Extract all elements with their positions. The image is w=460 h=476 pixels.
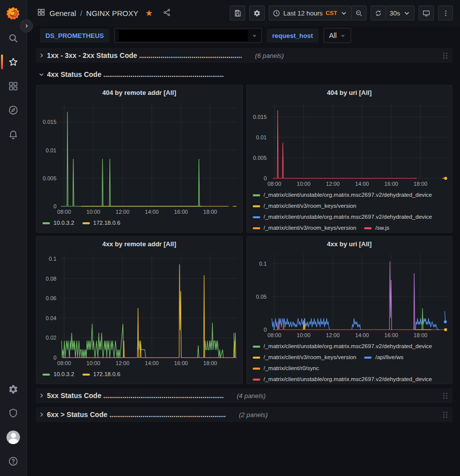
chevron-right-icon [36, 412, 47, 418]
legend-label: /_matrix/client/v3/room_keys/version [264, 223, 357, 232]
svg-text:08:00: 08:00 [57, 209, 71, 215]
dashboard-settings-button[interactable] [249, 5, 265, 20]
timeseries-chart[interactable]: 08:0010:0012:0014:0016:0018:0000.0050.01… [36, 99, 242, 216]
sidebar-expand-button[interactable] [20, 19, 33, 32]
row-5xx[interactable]: 5xx Status Code ........................… [36, 388, 453, 403]
datasource-select[interactable] [114, 28, 262, 43]
timeseries-chart[interactable]: 08:0010:0012:0014:0016:0018:0000.0050.01… [247, 99, 453, 188]
sidebar-item-alerting[interactable] [0, 122, 26, 146]
row-1xx-3xx-2xx[interactable]: 1xx - 3xx - 2xx Status Code ............… [36, 48, 453, 63]
panel-title[interactable]: 404 by remote addr [All] [36, 85, 242, 99]
more-options-button[interactable] [438, 5, 453, 20]
svg-text:10:00: 10:00 [86, 209, 100, 215]
chevron-right-icon [24, 23, 29, 28]
legend-label: /_matrix/client/unstable/org.matrix.msc2… [264, 190, 433, 200]
request-host-value: All [329, 31, 337, 39]
grafana-app: General / NGINX PROXY ★ Last [0, 0, 460, 476]
row-drag-handle[interactable] [442, 411, 449, 419]
legend-swatch [253, 216, 260, 218]
sidebar-item-starred[interactable] [0, 50, 26, 74]
compass-icon [8, 105, 18, 115]
svg-text:0: 0 [263, 327, 266, 333]
legend-item[interactable]: 10.0.3.2 [42, 218, 74, 228]
save-dashboard-button[interactable] [230, 5, 245, 20]
svg-text:12:00: 12:00 [326, 332, 340, 338]
panel-title[interactable]: 4xx by uri [All] [247, 237, 453, 251]
legend-swatch [42, 374, 50, 376]
chevron-down-icon [36, 71, 47, 77]
dashboard-title[interactable]: NGINX PROXY [86, 9, 138, 17]
share-icon[interactable] [163, 8, 171, 18]
svg-text:0.015: 0.015 [253, 114, 267, 120]
grafana-logo[interactable] [6, 6, 21, 21]
legend-item[interactable]: 172.18.0.6 [82, 369, 120, 380]
svg-text:16:00: 16:00 [384, 181, 398, 187]
refresh-icon [375, 9, 382, 17]
legend-item[interactable]: 10.0.3.2 [42, 369, 74, 380]
legend-item[interactable]: /sw.js [364, 223, 389, 232]
sidebar-item-server-admin[interactable] [0, 401, 26, 425]
svg-text:16:00: 16:00 [174, 360, 188, 366]
row-drag-handle[interactable] [442, 392, 449, 400]
zoom-out-icon [355, 9, 363, 17]
chevron-down-icon [252, 33, 257, 38]
row-6xx[interactable]: 6xx > Status Code ......................… [36, 407, 453, 422]
legend-swatch [253, 346, 260, 348]
svg-text:0: 0 [53, 355, 56, 361]
timeseries-chart[interactable]: 08:0010:0012:0014:0016:0018:0000.050.1 [247, 251, 453, 340]
variable-label-request-host: request_host [267, 28, 319, 42]
chevron-right-icon [36, 52, 47, 58]
svg-text:08:00: 08:00 [267, 181, 281, 187]
timeseries-chart[interactable]: 08:0010:0012:0014:0016:0018:0000.020.040… [36, 251, 242, 368]
row-panel-count: (2 panels) [239, 411, 268, 419]
svg-text:0.1: 0.1 [259, 261, 266, 267]
favorite-star-icon[interactable]: ★ [145, 8, 153, 18]
sidebar-item-profile[interactable] [0, 425, 26, 449]
sidebar-item-help[interactable] [0, 449, 26, 473]
time-range-picker[interactable]: Last 12 hours CST [269, 5, 352, 20]
panel-title[interactable]: 404 by uri [All] [247, 85, 453, 99]
tv-mode-button[interactable] [419, 5, 434, 20]
svg-text:12:00: 12:00 [116, 209, 130, 215]
sidebar-item-explore[interactable] [0, 98, 26, 122]
legend-item[interactable]: /_matrix/client/unstable/org.matrix.msc2… [253, 190, 433, 200]
legend-swatch [253, 368, 260, 370]
refresh-button[interactable] [371, 5, 386, 20]
legend-swatch [364, 227, 372, 229]
sidebar-item-dashboards[interactable] [0, 74, 26, 98]
legend-item[interactable]: /_matrix/client/v3/room_keys/version [253, 352, 357, 363]
request-host-select[interactable]: All [324, 28, 352, 43]
legend-item[interactable]: /_matrix/client/v3/room_keys/version [253, 223, 357, 232]
legend-item[interactable]: /api/live/ws [364, 352, 403, 363]
save-icon [234, 9, 241, 17]
legend-item[interactable]: /_matrix/client/r0/sync [253, 363, 319, 374]
panel-title[interactable]: 4xx by remote addr [All] [36, 237, 242, 251]
legend-item[interactable]: /_matrix/client/unstable/org.matrix.msc2… [253, 374, 433, 384]
legend-item[interactable]: /_matrix/client/v3/room_keys/version [253, 201, 357, 211]
row-4xx[interactable]: 4xx Status Code ........................… [36, 67, 453, 82]
breadcrumb-folder[interactable]: General [49, 9, 76, 17]
dashboard-topbar: General / NGINX PROXY ★ Last [27, 0, 460, 26]
svg-text:0.01: 0.01 [46, 147, 56, 153]
row-title: 6xx > Status Code ......................… [47, 411, 226, 419]
legend-item[interactable]: 172.18.0.6 [82, 218, 120, 228]
sidebar-item-configuration[interactable] [0, 377, 26, 401]
legend-label: 172.18.0.6 [93, 369, 120, 380]
row-drag-handle[interactable] [442, 52, 449, 59]
legend-label: 10.0.3.2 [53, 369, 74, 380]
refresh-interval-select[interactable]: 30s [386, 5, 415, 20]
topbar-actions: Last 12 hours CST 30s [230, 5, 453, 20]
apps-grid-icon [8, 81, 18, 91]
star-icon [8, 57, 18, 67]
svg-text:0.015: 0.015 [42, 119, 56, 125]
legend-swatch [253, 205, 260, 207]
legend-label: 172.18.0.6 [93, 218, 120, 228]
time-zone-label: CST [326, 10, 337, 16]
zoom-out-time-button[interactable] [352, 5, 367, 20]
panel-4xx-by-uri: 4xx by uri [All] 08:0010:0012:0014:0016:… [246, 236, 453, 384]
legend-swatch [82, 222, 90, 224]
legend-label: /_matrix/client/v3/room_keys/version [264, 201, 357, 211]
svg-text:08:00: 08:00 [57, 360, 71, 366]
legend-item[interactable]: /_matrix/client/unstable/org.matrix.msc2… [253, 212, 433, 222]
legend-item[interactable]: /_matrix/client/unstable/org.matrix.msc2… [253, 341, 433, 352]
